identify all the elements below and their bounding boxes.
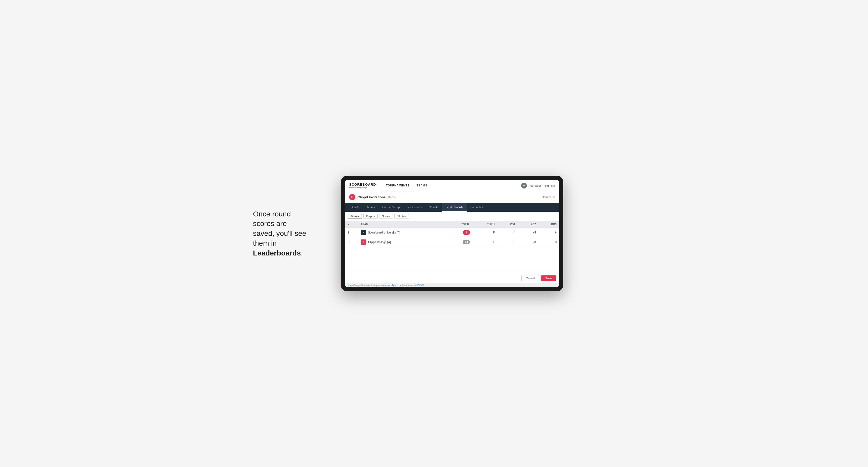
nav-teams[interactable]: TEAMS [413, 180, 431, 191]
rd1-1: -4 [497, 228, 518, 238]
description-line1: Once round [253, 210, 291, 218]
logo-text: SCOREBOARD [349, 183, 376, 186]
cancel-button[interactable]: Cancel [521, 275, 539, 281]
description-line2: scores are [253, 220, 287, 227]
thru-1: F [472, 228, 497, 238]
description-period: . [301, 249, 303, 257]
filter-players[interactable]: Players [363, 214, 378, 219]
rd2-1: +5 [518, 228, 538, 238]
rank-2: 2 [345, 238, 358, 247]
content-area: # TEAM TOTAL THRU RD1 RD2 RD3 1 [345, 221, 559, 273]
col-rd1: RD1 [497, 221, 518, 228]
filter-strokes[interactable]: Strokes [395, 214, 409, 219]
team-logo-1: S [361, 230, 366, 235]
table-head: # TEAM TOTAL THRU RD1 RD2 RD3 [345, 221, 559, 228]
rd3-2: +3 [538, 238, 559, 247]
rd3-1: -6 [538, 228, 559, 238]
total-2: +3 [445, 238, 472, 247]
tournament-title: Clippd Invitational [358, 195, 387, 199]
col-rd3: RD3 [538, 221, 559, 228]
nav-tournaments[interactable]: TOURNAMENTS [382, 180, 413, 191]
col-team: TEAM [358, 221, 445, 228]
table-body: 1 S Scoreboard University [A] -5 F [345, 228, 559, 247]
thru-2: F [472, 238, 497, 247]
logo-sub: Powered by clippd [349, 186, 376, 189]
tab-details[interactable]: Details [347, 203, 363, 212]
score-badge-1: -5 [463, 230, 470, 235]
avatar: U [521, 183, 527, 188]
nav-links: TOURNAMENTS TEAMS [382, 180, 521, 191]
tab-results[interactable]: Results [425, 203, 442, 212]
team-name-1: S Scoreboard University [A] [358, 228, 445, 238]
top-nav: SCOREBOARD Powered by clippd TOURNAMENTS… [345, 180, 559, 191]
sign-out-link[interactable]: Sign out [545, 184, 555, 187]
tab-tee-groups[interactable]: Tee Groups [403, 203, 425, 212]
description-line4: them in [253, 239, 277, 247]
team-cell-2: C Clippd College [A] [361, 240, 443, 245]
team-name-2: C Clippd College [A] [358, 238, 445, 247]
table-header-row: # TEAM TOTAL THRU RD1 RD2 RD3 [345, 221, 559, 228]
tab-teams[interactable]: Teams [363, 203, 379, 212]
col-thru: THRU [472, 221, 497, 228]
rd2-2: -8 [518, 238, 538, 247]
footer-bar: Cancel Save [345, 273, 559, 283]
tab-printables[interactable]: Printables [467, 203, 487, 212]
table-row: 1 S Scoreboard University [A] -5 F [345, 228, 559, 238]
col-total: TOTAL [445, 221, 472, 228]
tab-leaderboards[interactable]: Leaderboards [442, 203, 467, 212]
filter-bar: Teams Players Scores Strokes [345, 212, 559, 221]
score-badge-2: +3 [463, 240, 470, 244]
tournament-logo: C [349, 194, 355, 200]
logo-area: SCOREBOARD Powered by clippd [349, 183, 376, 189]
cancel-x-icon: ✕ [552, 195, 555, 199]
save-button[interactable]: Save [541, 275, 556, 281]
rank-1: 1 [345, 228, 358, 238]
table-row: 2 C Clippd College [A] +3 F [345, 238, 559, 247]
page-wrapper: Once round scores are saved, you'll see … [253, 176, 615, 291]
url-bar: https://stage-blue-coach.stagescoreboard… [345, 283, 559, 287]
tab-course-setup[interactable]: Course Setup [379, 203, 403, 212]
description-line3: saved, you'll see [253, 229, 306, 238]
tournament-header: C Clippd Invitational (Men) Cancel ✕ [345, 191, 559, 203]
filter-scores[interactable]: Scores [379, 214, 393, 219]
team-cell-1: S Scoreboard University [A] [361, 230, 443, 235]
col-rank: # [345, 221, 358, 228]
tablet-frame: SCOREBOARD Powered by clippd TOURNAMENTS… [341, 176, 563, 291]
tablet-screen: SCOREBOARD Powered by clippd TOURNAMENTS… [345, 180, 559, 287]
tournament-cancel-button[interactable]: Cancel ✕ [542, 195, 555, 199]
team-logo-2: C [361, 240, 366, 245]
nav-right: U Test User | Sign out [521, 183, 555, 188]
filter-teams[interactable]: Teams [348, 214, 362, 219]
rd1-2: +8 [497, 238, 518, 247]
total-1: -5 [445, 228, 472, 238]
col-rd2: RD2 [518, 221, 538, 228]
sub-nav: Details Teams Course Setup Tee Groups Re… [345, 203, 559, 212]
tournament-subtitle: (Men) [388, 195, 396, 198]
leaderboard-table: # TEAM TOTAL THRU RD1 RD2 RD3 1 [345, 221, 559, 247]
description-emphasis: Leaderboards [253, 249, 301, 257]
left-description: Once round scores are saved, you'll see … [253, 209, 326, 258]
user-name: Test User | [529, 184, 542, 187]
